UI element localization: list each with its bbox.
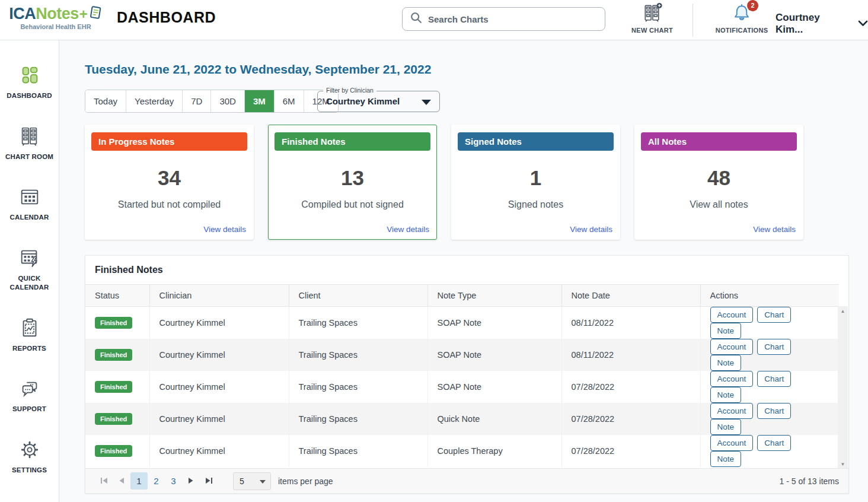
table-row: Finished Courtney Kimmel Trailing Spaces… [85,371,839,403]
cell-clinician: Courtney Kimmel [149,371,289,403]
status-badge: Finished [95,445,132,457]
cell-client: Trailing Spaces [289,403,427,435]
sidebar-item-calendar[interactable]: CALENDAR [2,186,58,223]
range-button-yesterday[interactable]: Yesterday [126,90,182,112]
cell-note-type: Couples Therapy [427,435,561,467]
card-header: In Progress Notes [91,132,247,151]
last-page-button[interactable] [200,476,218,487]
scroll-down-icon[interactable]: ▼ [838,462,848,467]
card-header: All Notes [641,132,797,151]
table-row: Finished Courtney Kimmel Trailing Spaces… [85,403,839,435]
sidebar-item-reports[interactable]: REPORTS [2,317,58,354]
table-row: Finished Courtney Kimmel Trailing Spaces… [85,339,839,371]
first-page-button[interactable] [95,476,113,487]
sidebar-item-label: DASHBOARD [7,91,52,101]
user-name: Courtney Kim... [776,12,850,36]
card-finished-notes[interactable]: Finished Notes 13 Compiled but not signe… [268,125,437,240]
card-count: 1 [452,166,620,190]
page-number-1[interactable]: 1 [130,472,148,490]
sidebar-item-support[interactable]: SUPPORT [2,377,58,414]
search-charts-box[interactable] [402,7,605,31]
range-button-30d[interactable]: 30D [210,90,244,112]
clinician-filter-dropdown[interactable]: Filter by Clinician Courtney Kimmel [317,91,440,112]
new-chart-icon [642,15,663,26]
range-button-7d[interactable]: 7D [182,90,210,112]
sidebar-item-dashboard[interactable]: DASHBOARD [2,64,58,101]
cell-clinician: Courtney Kimmel [149,435,289,467]
status-badge: Finished [95,381,132,393]
clinician-filter-value: Courtney Kimmel [326,96,400,106]
card-count: 13 [269,166,436,190]
account-button[interactable]: Account [710,339,754,355]
logo-subtitle: Behavioral Health EHR [8,23,103,30]
cell-note-date: 08/11/2022 [561,339,700,371]
previous-page-button[interactable] [113,476,130,487]
finished-notes-table: Status Clinician Client Note Type Note D… [85,284,839,467]
date-range-title: Tuesday, June 21, 2022 to Wednesday, Sep… [85,62,431,77]
column-header-client: Client [289,285,427,307]
card-in-progress-notes[interactable]: In Progress Notes 34 Started but not com… [85,125,254,240]
cell-clinician: Courtney Kimmel [149,339,289,371]
card-signed-notes[interactable]: Signed Notes 1 Signed notes View details [451,125,620,240]
status-badge: Finished [95,413,132,425]
page-title: DASHBOARD [117,9,216,26]
note-button[interactable]: Note [710,419,742,435]
bell-icon [731,15,752,26]
chart-button[interactable]: Chart [757,435,791,451]
quick-calendar-icon [18,247,41,272]
chart-button[interactable]: Chart [757,371,791,387]
note-button[interactable]: Note [710,323,742,339]
view-details-link[interactable]: View details [387,225,429,234]
scroll-up-icon[interactable]: ▲ [838,309,848,314]
note-button[interactable]: Note [710,355,742,371]
view-details-link[interactable]: View details [203,225,246,234]
chart-button[interactable]: Chart [757,307,791,323]
table-row: Finished Courtney Kimmel Trailing Spaces… [85,307,839,339]
range-button-6m[interactable]: 6M [274,90,304,112]
page-size-value: 5 [240,476,244,486]
note-button[interactable]: Note [710,387,742,403]
sidebar: DASHBOARD CHART ROOM CALEND [0,40,59,502]
card-count: 34 [85,166,253,190]
page-number-3[interactable]: 3 [165,472,182,490]
new-chart-button[interactable]: NEW CHART [629,2,675,34]
cell-client: Trailing Spaces [289,339,427,371]
card-description: Signed notes [452,199,620,210]
range-button-today[interactable]: Today [85,90,126,112]
cell-note-date: 07/28/2022 [561,435,700,467]
note-button[interactable]: Note [710,451,742,467]
account-button[interactable]: Account [710,403,754,419]
sidebar-item-label: REPORTS [12,344,46,354]
search-icon [410,11,423,27]
chart-button[interactable]: Chart [757,403,791,419]
table-scrollbar[interactable]: ▲ ▼ [838,306,848,469]
new-chart-label: NEW CHART [629,27,675,34]
view-details-link[interactable]: View details [570,225,612,234]
page-number-2[interactable]: 2 [148,472,165,490]
account-button[interactable]: Account [710,371,754,387]
sidebar-item-label: SETTINGS [12,466,47,475]
sidebar-item-settings[interactable]: SETTINGS [2,439,58,475]
view-details-link[interactable]: View details [753,225,796,234]
chart-button[interactable]: Chart [757,339,791,355]
next-page-button[interactable] [182,476,200,487]
account-button[interactable]: Account [710,307,754,323]
card-header: Finished Notes [275,132,430,151]
items-range-info: 1 - 5 of 13 items [780,476,839,486]
user-menu[interactable]: Courtney Kim... [776,12,868,36]
page-size-select[interactable]: 5 [233,472,271,490]
notifications-button[interactable]: 2 NOTIFICATIONS [713,2,770,34]
range-button-3m[interactable]: 3M [244,90,274,112]
sidebar-item-chart-room[interactable]: CHART ROOM [2,125,58,162]
cell-note-type: Quick Note [427,403,561,435]
cell-client: Trailing Spaces [289,307,427,339]
search-input[interactable] [428,14,598,24]
card-all-notes[interactable]: All Notes 48 View all notes View details [634,125,803,240]
top-header: ICANotes+ Behavioral Health EHR DASHBOAR… [0,0,868,40]
table-title: Finished Notes [85,256,848,284]
account-button[interactable]: Account [710,435,754,451]
logo-text-notes: Notes [36,5,79,23]
cell-clinician: Courtney Kimmel [149,403,289,435]
sidebar-item-label: CALENDAR [9,213,49,223]
sidebar-item-quick-calendar[interactable]: QUICK CALENDAR [2,247,58,293]
